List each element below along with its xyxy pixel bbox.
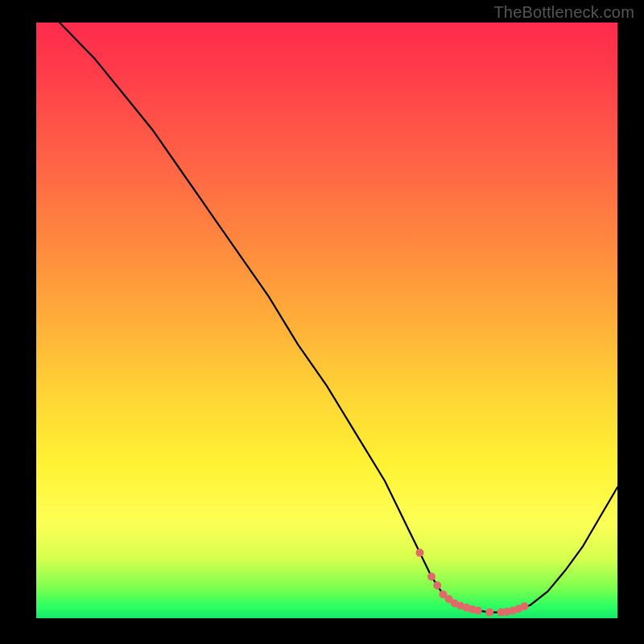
optimal-dot — [416, 549, 424, 557]
optimal-dot — [474, 606, 482, 614]
watermark-text: TheBottleneck.com — [493, 3, 634, 22]
chart-frame: TheBottleneck.com — [0, 0, 644, 644]
optimal-dots — [416, 549, 529, 617]
optimal-dot — [433, 581, 441, 589]
optimal-dots-layer — [36, 23, 617, 618]
optimal-dot — [427, 572, 436, 580]
optimal-dot — [521, 602, 529, 610]
optimal-dot — [485, 609, 493, 617]
plot-area — [36, 23, 617, 618]
